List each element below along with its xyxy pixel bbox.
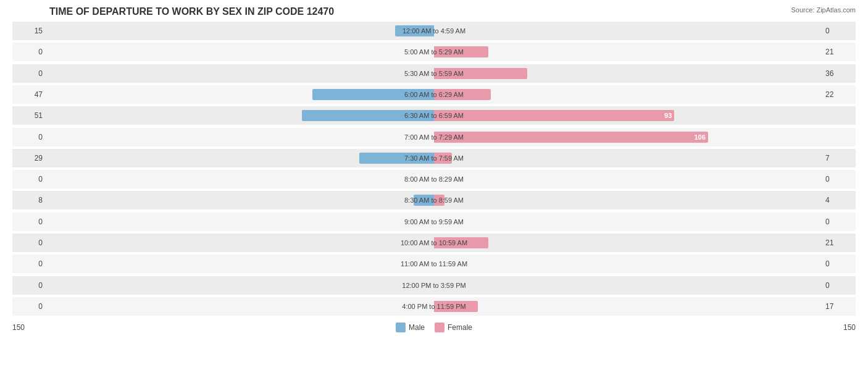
female-value: 22	[822, 90, 856, 99]
chart-title: TIME OF DEPARTURE TO WORK BY SEX IN ZIP …	[12, 6, 856, 17]
female-value: 21	[822, 238, 856, 247]
chart-row: 0 9:00 AM to 9:59 AM 0	[12, 213, 856, 231]
male-value: 0	[12, 175, 46, 184]
female-bar	[434, 195, 444, 206]
bar-area: 5:00 AM to 5:29 AM	[46, 43, 822, 61]
female-value: 17	[822, 302, 856, 311]
bars-wrapper: 12:00 PM to 3:59 PM	[46, 279, 822, 292]
legend-female: Female	[435, 323, 472, 332]
bar-area: 106 7:00 AM to 7:29 AM	[46, 128, 822, 146]
female-bar: 106	[434, 132, 708, 143]
bars-wrapper: 106 7:00 AM to 7:29 AM	[46, 130, 822, 144]
time-label: 9:00 AM to 9:59 AM	[404, 218, 464, 226]
rows-container: 15 12:00 AM to 4:59 AM 0 0 5:00	[12, 21, 856, 318]
male-value: 0	[12, 133, 46, 141]
bar-area: 12:00 PM to 3:59 PM	[46, 276, 822, 295]
chart-row: 47 6:00 AM to 6:29 AM 22	[12, 85, 856, 104]
female-value: 7	[822, 154, 856, 162]
chart-row: 0 11:00 AM to 11:59 AM 0	[12, 255, 856, 273]
chart-row: 29 7:30 AM to 7:59 AM 7	[12, 149, 856, 167]
bar-area: 12:00 AM to 4:59 AM	[46, 22, 822, 40]
female-value: 0	[822, 217, 856, 226]
bars-wrapper: 6:00 AM to 6:29 AM	[46, 88, 822, 101]
female-value: 0	[822, 259, 856, 268]
male-value: 29	[12, 154, 46, 162]
bar-area: 11:00 AM to 11:59 AM	[46, 255, 822, 273]
chart-row: 0 5:30 AM to 5:59 AM 36	[12, 64, 856, 83]
bar-area: 8:00 AM to 8:29 AM	[46, 170, 822, 188]
female-bar: 93	[434, 110, 674, 121]
bar-area: 4:00 PM to 11:59 PM	[46, 297, 822, 316]
bar-area: 8:30 AM to 8:59 AM	[46, 191, 822, 209]
female-value-inside: 93	[664, 112, 672, 119]
male-value: 0	[12, 69, 46, 78]
female-bar	[434, 153, 452, 164]
female-value: 0	[822, 281, 856, 290]
male-value: 47	[12, 90, 46, 99]
male-value: 0	[12, 281, 46, 290]
chart-row: 8 8:30 AM to 8:59 AM 4	[12, 191, 856, 209]
bars-wrapper: 8:30 AM to 8:59 AM	[46, 193, 822, 207]
female-value: 21	[822, 48, 856, 56]
chart-row: 0 4:00 PM to 11:59 PM 17	[12, 297, 856, 316]
legend-female-box	[435, 323, 444, 332]
chart-row: 0 12:00 PM to 3:59 PM 0	[12, 276, 856, 295]
female-value: 36	[822, 69, 856, 78]
male-bar	[302, 110, 434, 121]
male-value: 0	[12, 48, 46, 56]
time-label: 8:00 AM to 8:29 AM	[404, 175, 464, 183]
legend: Male Female	[396, 323, 472, 332]
chart-row: 0 10:00 AM to 10:59 AM 21	[12, 234, 856, 252]
bar-area: 10:00 AM to 10:59 AM	[46, 234, 822, 252]
bar-area: 5:30 AM to 5:59 AM	[46, 64, 822, 83]
bars-wrapper: 5:00 AM to 5:29 AM	[46, 45, 822, 59]
female-value-inside: 106	[694, 133, 705, 141]
female-value: 0	[822, 175, 856, 184]
male-bar	[414, 195, 434, 206]
female-value: 0	[822, 27, 856, 35]
time-label: 11:00 AM to 11:59 AM	[401, 260, 467, 268]
male-value: 51	[12, 111, 46, 120]
source-text: Source: ZipAtlas.com	[791, 6, 856, 14]
chart-row: 0 8:00 AM to 8:29 AM 0	[12, 170, 856, 188]
bar-area: 9:00 AM to 9:59 AM	[46, 213, 822, 231]
chart-row: 15 12:00 AM to 4:59 AM 0	[12, 22, 856, 40]
chart-row: 0 5:00 AM to 5:29 AM 21	[12, 43, 856, 61]
female-bar	[434, 237, 488, 248]
bars-wrapper: 4:00 PM to 11:59 PM	[46, 300, 822, 313]
male-bar	[359, 153, 434, 164]
bar-area: 7:30 AM to 7:59 AM	[46, 149, 822, 167]
male-value: 0	[12, 259, 46, 268]
male-value: 0	[12, 217, 46, 226]
bars-wrapper: 10:00 AM to 10:59 AM	[46, 236, 822, 250]
female-value: 4	[822, 196, 856, 205]
bars-wrapper: 93 6:30 AM to 6:59 AM	[46, 109, 822, 122]
chart-footer: 150 Male Female 150	[12, 320, 856, 332]
chart-row: 0 106 7:00 AM to 7:29 AM	[12, 128, 856, 146]
female-bar	[434, 68, 527, 79]
female-bar	[434, 89, 491, 100]
bars-wrapper: 5:30 AM to 5:59 AM	[46, 67, 822, 80]
male-bar	[312, 89, 434, 100]
male-value: 15	[12, 27, 46, 35]
legend-male-box	[396, 323, 406, 332]
male-value: 8	[12, 196, 46, 205]
bars-wrapper: 12:00 AM to 4:59 AM	[46, 24, 822, 38]
legend-male-label: Male	[409, 323, 425, 332]
bars-wrapper: 9:00 AM to 9:59 AM	[46, 215, 822, 229]
bars-wrapper: 8:00 AM to 8:29 AM	[46, 172, 822, 186]
female-bar	[434, 301, 478, 312]
male-value: 0	[12, 302, 46, 311]
bar-area: 93 6:30 AM to 6:59 AM	[46, 106, 822, 125]
male-value: 0	[12, 238, 46, 247]
chart-container: TIME OF DEPARTURE TO WORK BY SEX IN ZIP …	[0, 0, 868, 367]
bar-area: 6:00 AM to 6:29 AM	[46, 85, 822, 104]
bars-wrapper: 7:30 AM to 7:59 AM	[46, 151, 822, 165]
chart-row: 51 93 6:30 AM to 6:59 AM	[12, 106, 856, 125]
legend-male: Male	[396, 323, 425, 332]
bars-wrapper: 11:00 AM to 11:59 AM	[46, 257, 822, 271]
footer-right-value: 150	[822, 323, 856, 332]
female-bar	[434, 46, 488, 57]
male-bar	[395, 25, 434, 36]
legend-female-label: Female	[448, 323, 472, 332]
